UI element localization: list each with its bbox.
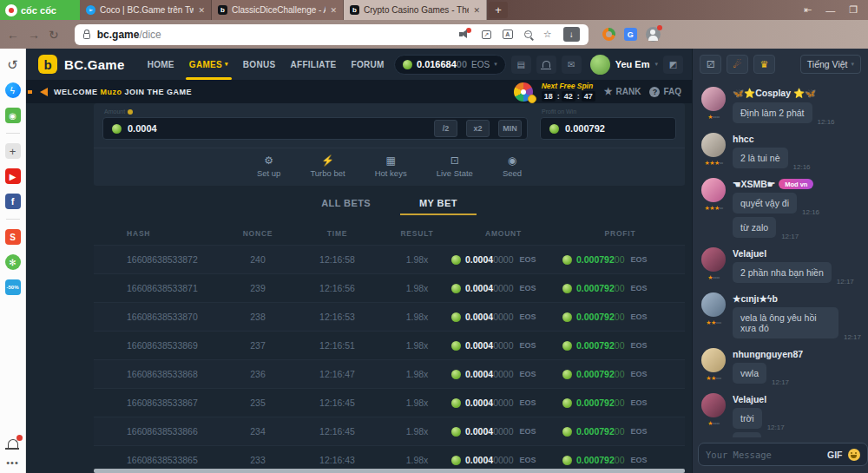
- chat-username[interactable]: Velajuel: [733, 394, 861, 404]
- tool-button[interactable]: ⊡Live State: [437, 155, 473, 178]
- chat-username[interactable]: ★cιnjι★ϟb: [733, 293, 861, 304]
- chat-username[interactable]: nhungnguyen87: [733, 349, 861, 359]
- bet-hash[interactable]: 16608638533872: [94, 254, 224, 265]
- contest-icon[interactable]: ⚂: [700, 55, 721, 74]
- wallet-button[interactable]: ▤: [511, 56, 531, 74]
- tool-button[interactable]: ⚙Set up: [257, 155, 280, 178]
- avatar[interactable]: [701, 348, 726, 372]
- games-icon[interactable]: ◉: [5, 108, 21, 123]
- forward-button[interactable]: →: [28, 29, 40, 41]
- address-bar[interactable]: bc.game/dice ↗ A ☆ ↓: [75, 24, 589, 45]
- deal-badge-icon[interactable]: -50%: [5, 279, 21, 295]
- tool-button[interactable]: ◉Seed: [503, 155, 522, 178]
- avatar[interactable]: [701, 292, 726, 317]
- rail-more-button[interactable]: •••: [6, 457, 19, 468]
- restore-icon[interactable]: ❐: [849, 4, 858, 16]
- nav-item[interactable]: BONUS: [243, 49, 276, 80]
- bet-hash[interactable]: 16608638533871: [94, 283, 224, 293]
- adblock-extension-icon[interactable]: [602, 28, 615, 41]
- tab-close-icon[interactable]: ✕: [473, 6, 480, 15]
- download-icon[interactable]: ↓: [563, 27, 580, 42]
- bcgame-logo-text[interactable]: BC.Game: [64, 57, 125, 72]
- nav-item[interactable]: GAMES▾: [189, 49, 228, 80]
- minimize-icon[interactable]: —: [825, 5, 835, 16]
- chat-username[interactable]: Velajuel: [733, 248, 861, 259]
- avatar[interactable]: [701, 87, 726, 111]
- pin-window-icon[interactable]: ⇤: [804, 4, 812, 16]
- faq-link[interactable]: ?FAQ: [649, 87, 681, 97]
- free-spin-widget[interactable]: Next Free Spin 18:42:47: [542, 82, 595, 102]
- coccoc-brand[interactable]: cốc cốc: [0, 0, 80, 20]
- rank-link[interactable]: ★RANK: [604, 86, 641, 97]
- url-text[interactable]: bc.game/dice: [97, 29, 452, 41]
- tab-close-icon[interactable]: ✕: [198, 6, 205, 15]
- browser-tab-twitter[interactable]: ➢ Coco | BC.Game trên Twitter: ✕: [80, 0, 212, 20]
- notifications-button[interactable]: [536, 56, 556, 74]
- chat-collapse-button[interactable]: ◩: [663, 56, 683, 74]
- horizontal-scrollbar[interactable]: [94, 469, 685, 473]
- profit-input[interactable]: 0.000792: [540, 117, 676, 140]
- min-bet-button[interactable]: MIN: [498, 120, 522, 137]
- nav-item[interactable]: AFFILIATE: [290, 49, 336, 80]
- youtube-icon[interactable]: ▶: [5, 168, 21, 184]
- add-shortcut-button[interactable]: +: [5, 143, 21, 159]
- user-avatar[interactable]: [590, 55, 610, 75]
- tool-button[interactable]: ⚡Turbo bet: [310, 155, 345, 178]
- profit-value[interactable]: 0.000792: [565, 123, 670, 134]
- balance-selector[interactable]: 0.01668400 EOS ▾: [394, 55, 506, 75]
- bet-hash[interactable]: 16608638533868: [94, 369, 224, 379]
- browser-tab-active[interactable]: b Crypto Casino Games - The 8 ✕: [344, 0, 487, 20]
- translate-extension-icon[interactable]: G: [624, 28, 637, 41]
- chat-input-box[interactable]: GIF: [698, 443, 868, 466]
- browser-tab-dicechallenge[interactable]: b ClassicDiceChallenge - An ✕: [212, 0, 344, 20]
- table-row[interactable]: 16608638533872 240 12:16:58 1.98x 0.0004…: [94, 245, 685, 273]
- chat-username[interactable]: ☚XSMB☛Mod vn: [733, 179, 861, 189]
- nav-item[interactable]: FORUM: [352, 49, 385, 80]
- fireball-icon[interactable]: ☄: [727, 55, 748, 74]
- chat-messages[interactable]: ★•••• 🦋⭐Cosplay ⭐🦋 Định làm 2 phát 12:16: [693, 80, 868, 437]
- zoom-out-icon[interactable]: [524, 30, 532, 38]
- sound-icon[interactable]: [459, 30, 470, 39]
- bet-hash[interactable]: 16608638533870: [94, 312, 224, 322]
- bet-hash[interactable]: 16608638533867: [94, 397, 224, 408]
- back-button[interactable]: ←: [7, 29, 19, 41]
- spin-wheel-icon[interactable]: [514, 82, 533, 102]
- reload-button[interactable]: ↻: [49, 29, 59, 41]
- table-row[interactable]: 16608638533870 238 12:16:53 1.98x 0.0004…: [94, 302, 685, 331]
- messenger-icon[interactable]: ϟ: [5, 82, 21, 98]
- table-row[interactable]: 16608638533871 239 12:16:56 1.98x 0.0004…: [94, 273, 685, 302]
- bet-hash[interactable]: 16608638533866: [94, 426, 224, 437]
- lock-icon[interactable]: [83, 33, 90, 39]
- gif-button[interactable]: GIF: [827, 450, 843, 460]
- chat-username[interactable]: 🦋⭐Cosplay ⭐🦋: [733, 88, 861, 99]
- trophy-icon[interactable]: ♛: [753, 55, 775, 74]
- tab-all-bets[interactable]: ALL BETS: [321, 198, 371, 215]
- bet-hash[interactable]: 16608638533865: [94, 455, 224, 465]
- nav-item[interactable]: HOME: [148, 49, 174, 80]
- table-row[interactable]: 16608638533868 236 12:16:47 1.98x 0.0004…: [94, 359, 685, 388]
- language-selector[interactable]: Tiếng Việt▾: [800, 55, 861, 74]
- share-icon[interactable]: ↗: [482, 30, 491, 39]
- new-tab-button[interactable]: +: [489, 2, 508, 18]
- messages-button[interactable]: ✉: [562, 56, 582, 74]
- emoji-button[interactable]: [848, 449, 860, 461]
- amount-value[interactable]: 0.0004: [128, 123, 425, 134]
- chat-username[interactable]: hhcc: [733, 134, 861, 144]
- promo-icon[interactable]: ✻: [5, 254, 21, 270]
- username[interactable]: Yeu Em: [615, 59, 650, 69]
- double-bet-button[interactable]: x2: [466, 120, 490, 137]
- table-row[interactable]: 16608638533866 234 12:16:45 1.98x 0.0004…: [94, 417, 685, 445]
- tool-button[interactable]: ▦Hot keys: [375, 155, 407, 178]
- chat-message-input[interactable]: [706, 450, 822, 460]
- shopee-icon[interactable]: S: [5, 229, 21, 245]
- facebook-icon[interactable]: f: [5, 194, 21, 209]
- avatar[interactable]: [701, 247, 726, 272]
- table-row[interactable]: 16608638533869 237 12:16:51 1.98x 0.0004…: [94, 331, 685, 359]
- bcgame-logo-icon[interactable]: b: [38, 55, 57, 74]
- amount-input[interactable]: 0.0004 /2 x2 MIN: [102, 117, 528, 140]
- translate-icon[interactable]: A: [503, 30, 513, 39]
- tab-close-icon[interactable]: ✕: [330, 6, 337, 15]
- notification-bell-icon[interactable]: [8, 439, 18, 448]
- avatar[interactable]: [701, 133, 726, 157]
- table-row[interactable]: 16608638533867 235 12:16:45 1.98x 0.0004…: [94, 388, 685, 417]
